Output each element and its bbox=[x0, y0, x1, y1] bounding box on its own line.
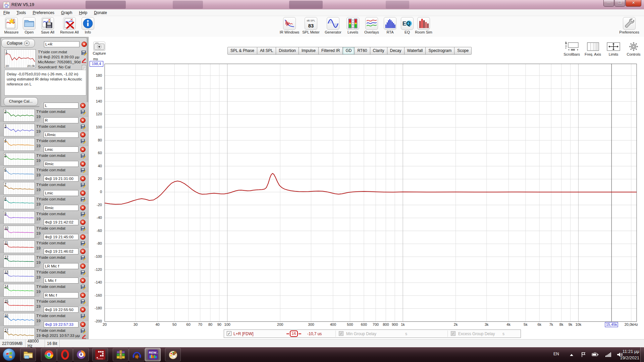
menu-preferences[interactable]: Preferences bbox=[33, 10, 54, 15]
x-axis-cursor-value[interactable]: 15,45k bbox=[605, 322, 618, 327]
measurement-name-input[interactable]: Rmic bbox=[44, 205, 78, 211]
minimize-button[interactable]: — bbox=[603, 0, 614, 7]
restore-button[interactable]: ❐ bbox=[614, 0, 625, 7]
trace-color-pencil-icon[interactable] bbox=[81, 57, 87, 63]
taskbar-app-chrome[interactable] bbox=[41, 348, 57, 361]
tab-rt60[interactable]: RT60 bbox=[355, 47, 370, 55]
delete-measurement-button[interactable]: ✕ bbox=[80, 263, 86, 269]
save-measurement-icon[interactable] bbox=[80, 182, 86, 188]
save-measurement-icon[interactable] bbox=[80, 212, 86, 217]
collapse-button[interactable]: Collapse « bbox=[1, 39, 35, 48]
measurement-name-input[interactable]: L bbox=[44, 103, 78, 109]
fdw-setting[interactable]: 1/6 bbox=[290, 330, 298, 337]
action-center-flag-icon[interactable] bbox=[581, 352, 587, 358]
toolbar-button-save-all[interactable]: Save All bbox=[37, 17, 59, 34]
save-measurement-icon[interactable] bbox=[80, 284, 86, 290]
delete-measurement-button[interactable]: ✕ bbox=[80, 161, 86, 167]
menu-help[interactable]: Help bbox=[79, 10, 87, 15]
hidden-icons-arrow[interactable] bbox=[569, 353, 574, 357]
network-icon[interactable] bbox=[605, 352, 611, 358]
measurement-panel-selected[interactable]: L+R ✕ 1 20 20,0k TYside corr.mdat 19 Φεβ… bbox=[1, 38, 87, 107]
toolbar-button-info[interactable]: Info bbox=[77, 17, 99, 34]
taskbar-app-winrar[interactable] bbox=[113, 348, 128, 361]
min-gd-checkbox[interactable]: ✓ bbox=[339, 331, 343, 336]
tab-impulse[interactable]: Impulse bbox=[299, 47, 319, 55]
tab-distortion[interactable]: Distortion bbox=[276, 47, 299, 55]
tab-filtered-ir[interactable]: Filtered IR bbox=[319, 47, 343, 55]
measurement-thumbnail[interactable]: 15 bbox=[3, 299, 35, 311]
measurement-name-input[interactable]: Φεβ 19 21:31:00 bbox=[44, 176, 78, 182]
measurement-thumbnail[interactable]: 1 20 20,0k bbox=[4, 49, 36, 68]
delete-measurement-button[interactable]: ✕ bbox=[80, 307, 86, 312]
measurement-thumbnail[interactable]: 5 bbox=[3, 153, 35, 166]
measurement-thumbnail[interactable]: 12 bbox=[3, 255, 35, 267]
save-measurement-icon[interactable] bbox=[80, 328, 86, 334]
measurement-thumbnail[interactable]: 9 bbox=[3, 211, 35, 224]
title-bar[interactable]: REW V5,19 — ❐ ✕ bbox=[0, 0, 644, 9]
delete-measurement-button[interactable]: ✕ bbox=[80, 205, 86, 210]
graph-button-controls[interactable]: Controls bbox=[626, 42, 641, 56]
save-measurement-icon[interactable] bbox=[80, 109, 86, 115]
trace-color-pencil-icon[interactable] bbox=[82, 334, 87, 339]
measurement-name-input[interactable]: Φεβ 19 21:42:02 bbox=[44, 219, 78, 225]
measurement-row[interactable]: L✕TYside corr.mdat192 bbox=[0, 102, 89, 117]
menu-donate[interactable]: Donate bbox=[94, 10, 107, 15]
tab-scope[interactable]: Scope bbox=[454, 47, 472, 55]
menu-file[interactable]: File bbox=[3, 10, 10, 15]
delete-measurement-button[interactable]: ✕ bbox=[80, 220, 86, 225]
measurement-thumbnail[interactable]: 3 bbox=[3, 124, 35, 136]
measurement-thumbnail[interactable]: 13 bbox=[3, 269, 35, 282]
save-measurement-icon[interactable] bbox=[80, 153, 86, 159]
delete-measurement-button[interactable]: ✕ bbox=[80, 103, 86, 108]
menu-tools[interactable]: Tools bbox=[16, 10, 26, 15]
graph-button-limits[interactable]: Limits bbox=[606, 42, 621, 56]
taskbar-app-opera[interactable] bbox=[57, 348, 73, 361]
y-axis-max-value[interactable]: 198,4 bbox=[90, 61, 103, 67]
measurement-name-input[interactable]: L+R bbox=[44, 41, 79, 47]
taskbar-app-rew[interactable]: REWV5.1 bbox=[145, 348, 161, 361]
tab-spectrogram[interactable]: Spectrogram bbox=[426, 47, 454, 55]
battery-icon[interactable] bbox=[592, 352, 599, 358]
tab-clarity[interactable]: Clarity bbox=[370, 47, 387, 55]
measurement-thumbnail[interactable]: 7 bbox=[3, 182, 35, 195]
measurement-name-input[interactable]: Φεβ 19 21:45:00 bbox=[44, 234, 78, 240]
start-button[interactable] bbox=[3, 348, 15, 361]
save-measurement-icon[interactable] bbox=[80, 124, 86, 129]
measurement-name-input[interactable]: Φεβ 19 21:46:02 bbox=[44, 248, 78, 254]
show-desktop-button[interactable] bbox=[640, 347, 644, 362]
excess-gd-checkbox[interactable]: ✓ bbox=[451, 331, 455, 336]
tab-spl-phase[interactable]: SPL & Phase bbox=[227, 47, 257, 55]
delete-measurement-button[interactable]: ✕ bbox=[80, 249, 86, 254]
save-measurement-icon[interactable] bbox=[80, 226, 86, 231]
taskbar-app-explorer[interactable] bbox=[20, 348, 36, 361]
delete-measurement-button[interactable]: ✕ bbox=[80, 322, 86, 327]
trace-checkbox[interactable]: ✓ bbox=[227, 331, 231, 336]
toolbar-button-ir-windows[interactable]: IR Windows bbox=[278, 17, 301, 34]
measurement-name-input[interactable]: Φεβ 19 22:57:33 bbox=[44, 321, 78, 327]
measurement-name-input[interactable]: Lmic bbox=[44, 146, 78, 153]
measurement-thumbnail[interactable]: 14 bbox=[3, 284, 35, 297]
delete-measurement-button[interactable]: ✕ bbox=[80, 176, 86, 181]
taskbar-app-avast-browser[interactable] bbox=[73, 348, 89, 361]
taskbar-app-red-grid-app[interactable] bbox=[92, 348, 108, 361]
measurement-thumbnail[interactable]: 6 bbox=[3, 167, 35, 180]
measurement-thumbnail[interactable]: 10 bbox=[3, 226, 35, 238]
delete-measurement-button[interactable]: ✕ bbox=[82, 42, 87, 47]
toolbar-button-room-sim[interactable]: Room Sim bbox=[413, 17, 435, 34]
delete-measurement-button[interactable]: ✕ bbox=[80, 190, 86, 196]
save-measurement-icon[interactable] bbox=[80, 168, 86, 173]
save-measurement-icon[interactable] bbox=[80, 197, 86, 202]
tab-all-spl[interactable]: All SPL bbox=[257, 47, 276, 55]
toolbar-button-spl-meter[interactable]: dB SPL83SPL Meter bbox=[300, 17, 322, 34]
taskbar-app-paint[interactable] bbox=[165, 348, 181, 361]
delete-measurement-button[interactable]: ✕ bbox=[80, 118, 86, 123]
save-measurement-icon[interactable] bbox=[80, 138, 86, 144]
save-measurement-icon[interactable] bbox=[81, 50, 87, 56]
tab-decay[interactable]: Decay bbox=[387, 47, 405, 55]
save-measurement-icon[interactable] bbox=[80, 299, 86, 304]
measurement-thumbnail[interactable]: 16 bbox=[3, 313, 35, 326]
measurement-thumbnail[interactable]: 8 bbox=[3, 196, 35, 209]
measurement-name-input[interactable]: L Mic f bbox=[44, 278, 78, 284]
toolbar-button-preferences[interactable]: Preferences bbox=[618, 17, 640, 34]
delete-measurement-button[interactable]: ✕ bbox=[80, 147, 86, 152]
